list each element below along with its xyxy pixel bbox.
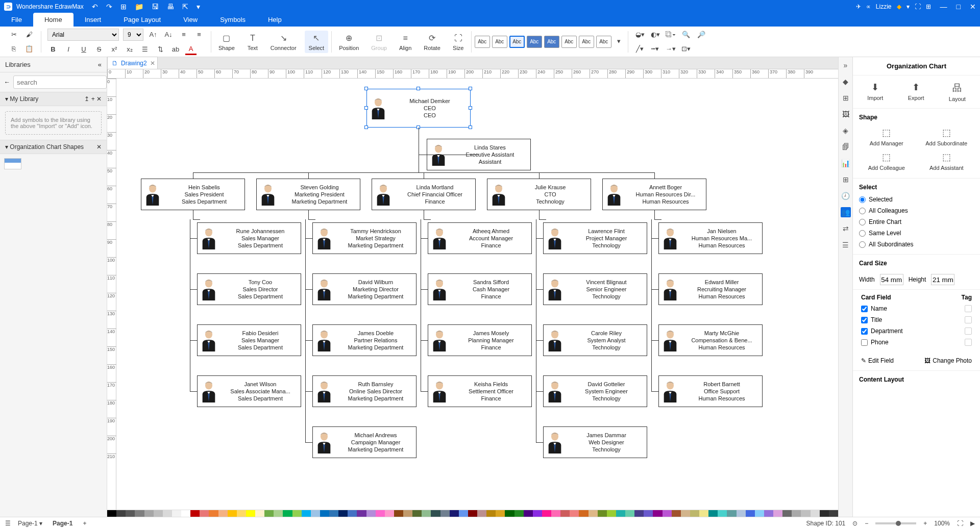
color-swatch[interactable]: [412, 510, 422, 517]
color-swatch[interactable]: [302, 510, 311, 517]
menu-insert[interactable]: Insert: [74, 13, 113, 27]
selection-handle[interactable]: [364, 87, 368, 90]
menu-help[interactable]: Help: [257, 13, 293, 27]
user-name[interactable]: Lizzie: [876, 3, 892, 10]
add-lib-icon[interactable]: +: [91, 95, 95, 103]
color-swatch[interactable]: [348, 510, 357, 517]
bold-icon[interactable]: B: [47, 44, 59, 55]
org-node[interactable]: Robert BarnettOffice SupportHuman Resour…: [658, 375, 763, 407]
color-swatch[interactable]: [681, 510, 690, 517]
zoom-slider[interactable]: [875, 522, 916, 524]
color-swatch[interactable]: [329, 510, 338, 517]
format-painter-icon[interactable]: 🖌: [23, 29, 35, 40]
radio-all-subordinates[interactable]: All Subordinates: [859, 241, 974, 248]
radio-same-level[interactable]: Same Level: [859, 230, 974, 237]
import-button[interactable]: ⬇Import: [867, 82, 883, 102]
org-node[interactable]: Linda MortlandChief Financial OfficerFin…: [372, 179, 476, 210]
org-node[interactable]: Janet WilsonSales Associate Mana...Sales…: [197, 375, 301, 407]
font-select[interactable]: Arial: [47, 29, 119, 41]
shadow-icon[interactable]: ◐▾: [650, 29, 661, 40]
org-panel-icon[interactable]: 👥: [841, 207, 851, 217]
mylib-title[interactable]: My Library: [10, 95, 38, 103]
color-swatch[interactable]: [672, 510, 681, 517]
color-swatch[interactable]: [274, 510, 283, 517]
page-tab[interactable]: Page-1: [47, 519, 78, 528]
close-icon[interactable]: ✕: [970, 3, 976, 11]
style-swatch[interactable]: Abc: [527, 36, 542, 48]
find-icon[interactable]: 🔍: [680, 29, 692, 40]
color-swatch[interactable]: [811, 510, 820, 517]
color-swatch[interactable]: [292, 510, 302, 517]
color-swatch[interactable]: [338, 510, 348, 517]
more-icon[interactable]: ▾: [197, 3, 200, 11]
color-swatch[interactable]: [551, 510, 560, 517]
color-swatch[interactable]: [598, 510, 607, 517]
color-swatch[interactable]: [690, 510, 699, 517]
save-icon[interactable]: 🖫: [152, 3, 159, 11]
color-swatch[interactable]: [209, 510, 218, 517]
selection-handle[interactable]: [416, 87, 420, 90]
connector-tool[interactable]: ↘Connector: [266, 31, 301, 53]
gift-icon[interactable]: ⛶: [915, 3, 921, 10]
history-panel-icon[interactable]: 🕘: [841, 191, 851, 201]
layout-button[interactable]: 品Layout: [949, 82, 966, 102]
zoom-fit-icon[interactable]: ⊙: [852, 520, 857, 527]
color-swatch[interactable]: [237, 510, 246, 517]
italic-icon[interactable]: I: [63, 44, 74, 55]
color-swatch[interactable]: [792, 510, 801, 517]
color-swatch[interactable]: [190, 510, 200, 517]
org-node[interactable]: Ruth BarnsleyOnline Sales DirectorMarket…: [312, 375, 416, 407]
color-swatch[interactable]: [163, 510, 172, 517]
color-swatch[interactable]: [542, 510, 551, 517]
bullets-icon[interactable]: ☰: [139, 44, 151, 55]
color-swatch[interactable]: [560, 510, 570, 517]
close-tab-icon[interactable]: ✕: [150, 60, 155, 67]
cut-icon[interactable]: ✂: [8, 29, 19, 40]
maximize-icon[interactable]: □: [957, 3, 961, 11]
org-node[interactable]: Lawrence FlintProject ManagerTechnology: [543, 222, 647, 254]
color-swatch[interactable]: [533, 510, 542, 517]
style-swatch[interactable]: Abc: [475, 36, 490, 48]
add-manager-button[interactable]: ⬚Add Manager: [859, 127, 914, 146]
change-photo-button[interactable]: 🖼 Change Photo: [924, 357, 972, 364]
selection-handle[interactable]: [469, 87, 472, 90]
color-swatch[interactable]: [311, 510, 320, 517]
text-tool[interactable]: TText: [243, 31, 262, 53]
close-section-icon[interactable]: ✕: [96, 143, 102, 150]
color-swatch[interactable]: [496, 510, 505, 517]
dash-icon[interactable]: ┅▾: [650, 43, 661, 55]
org-node[interactable]: Vincent BlignautSenior EngineerTechnolog…: [543, 273, 647, 305]
color-swatch[interactable]: [218, 510, 228, 517]
color-swatch[interactable]: [366, 510, 376, 517]
style-more-icon[interactable]: ▾: [614, 36, 625, 47]
color-swatch[interactable]: [764, 510, 773, 517]
org-node[interactable]: David WilburnMarketing DirectorMarketing…: [312, 273, 416, 305]
color-swatch[interactable]: [135, 510, 144, 517]
menu-view[interactable]: View: [172, 13, 209, 27]
canvas[interactable]: Michael DemkerCEOCEOLinda StaresExecutiv…: [116, 79, 838, 510]
color-swatch[interactable]: [570, 510, 579, 517]
color-swatch[interactable]: [181, 510, 190, 517]
tag-box[interactable]: [965, 305, 972, 312]
chart-panel-icon[interactable]: 📊: [841, 158, 851, 168]
color-swatch[interactable]: [737, 510, 746, 517]
shape-tool[interactable]: ▢Shape: [214, 31, 239, 53]
replace-icon[interactable]: 🔎: [696, 29, 707, 40]
paste-icon[interactable]: 📋: [23, 43, 35, 55]
add-page-icon[interactable]: +: [83, 520, 86, 527]
fill-icon[interactable]: ◒▾: [634, 29, 646, 40]
selection-handle[interactable]: [364, 106, 368, 110]
color-swatch[interactable]: [634, 510, 644, 517]
color-swatch[interactable]: [708, 510, 718, 517]
image-panel-icon[interactable]: 🖼: [841, 109, 851, 119]
color-swatch[interactable]: [116, 510, 126, 517]
color-swatch[interactable]: [264, 510, 274, 517]
share-icon[interactable]: ∝: [866, 3, 871, 10]
back-icon[interactable]: ←: [4, 79, 10, 86]
color-swatch[interactable]: [320, 510, 329, 517]
org-node[interactable]: Tammy HendricksonMarket StrategyMarketin…: [312, 222, 416, 254]
selection-handle[interactable]: [364, 125, 368, 129]
spacing-icon[interactable]: ⇅: [155, 44, 166, 55]
add-colleague-button[interactable]: ⬚Add Colleague: [859, 152, 914, 171]
color-swatch[interactable]: [154, 510, 163, 517]
